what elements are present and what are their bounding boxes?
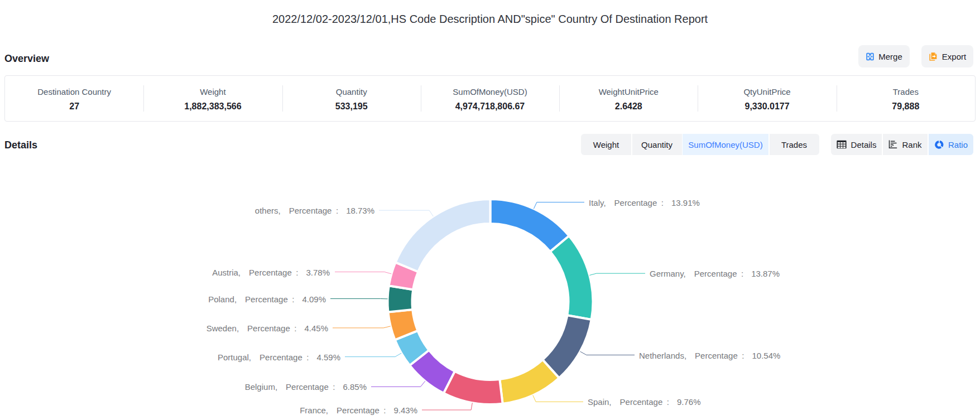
svg-text:Poland,Percentage:4.09%: Poland,Percentage:4.09% xyxy=(208,295,326,304)
svg-text:Italy,Percentage:13.91%: Italy,Percentage:13.91% xyxy=(589,198,700,207)
svg-text:Portugal,Percentage:4.59%: Portugal,Percentage:4.59% xyxy=(218,353,340,362)
svg-text:Austria,Percentage:3.78%: Austria,Percentage:3.78% xyxy=(212,268,330,277)
svg-text:France,Percentage:9.43%: France,Percentage:9.43% xyxy=(300,405,417,415)
svg-text:Netherlands,Percentage:10.54%: Netherlands,Percentage:10.54% xyxy=(639,351,780,360)
svg-text:Sweden,Percentage:4.45%: Sweden,Percentage:4.45% xyxy=(206,324,328,333)
svg-text:Belgium,Percentage:6.85%: Belgium,Percentage:6.85% xyxy=(245,382,367,392)
svg-text:Spain,Percentage:9.76%: Spain,Percentage:9.76% xyxy=(588,397,701,407)
svg-text:others,Percentage:18.73%: others,Percentage:18.73% xyxy=(255,206,374,215)
svg-text:Germany,Percentage:13.87%: Germany,Percentage:13.87% xyxy=(650,269,780,278)
